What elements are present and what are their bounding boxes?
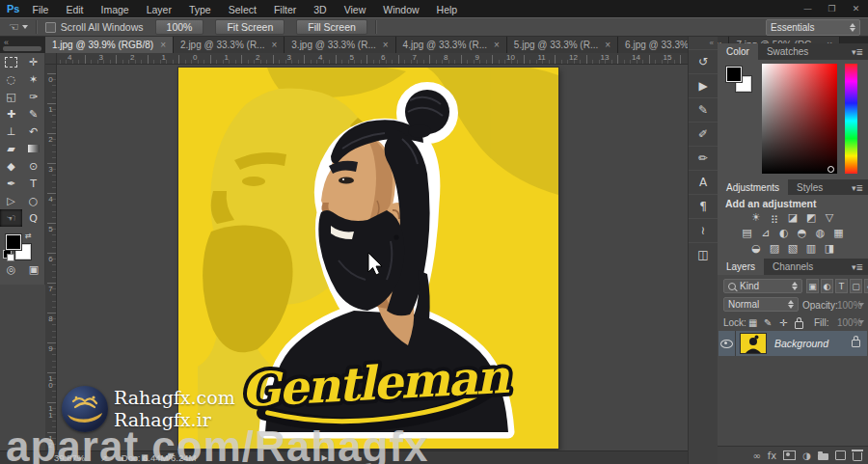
shape-filter-icon[interactable]: ▢ (850, 279, 862, 293)
tab-styles[interactable]: Styles (788, 179, 831, 196)
paths-panel-icon[interactable]: ≀ (689, 218, 718, 242)
pixel-filter-icon[interactable]: ▣ (806, 279, 819, 293)
levels-adjustment-icon[interactable]: ⣶ (769, 211, 781, 224)
document-tab[interactable]: 1.jpg @ 39.9% (RGB/8)× (45, 37, 174, 53)
eyedropper-tool[interactable]: ✑ (22, 88, 44, 105)
lock-transparency-icon[interactable]: ▦ (748, 317, 757, 328)
blur-tool[interactable]: ◆ (0, 157, 22, 175)
quick-mask-icon[interactable]: ◎ (7, 263, 16, 276)
menu-type[interactable]: Type (180, 4, 220, 15)
tab-swatches[interactable]: Swatches (758, 43, 817, 60)
fill-screen-button[interactable]: Fill Screen (296, 19, 367, 35)
actual-pixels-button[interactable]: 100% (155, 19, 204, 35)
document-tab[interactable]: 2.jpg @ 33.3% (R...× (174, 37, 285, 53)
photo-filter-adjustment-icon[interactable]: ◓ (796, 227, 808, 239)
menu-3d[interactable]: 3D (305, 4, 335, 15)
layer-row-background[interactable]: Background (719, 331, 867, 356)
menu-file[interactable]: File (23, 4, 57, 15)
lock-all-icon[interactable] (795, 321, 803, 329)
threshold-adjustment-icon[interactable]: ▧ (787, 242, 800, 255)
healing-brush-tool[interactable]: ✚ (0, 105, 22, 123)
blend-mode-select[interactable]: Normal (723, 297, 799, 312)
layer-filter-kind-select[interactable]: Kind (723, 279, 802, 293)
fill-caret-icon[interactable] (858, 320, 864, 324)
history-panel-icon[interactable]: ↺ (689, 49, 718, 73)
export-icon[interactable]: ↗ (100, 453, 108, 463)
zoom-level-field[interactable]: 39.87% (54, 452, 85, 463)
brush-panel-panel-icon[interactable]: ✐ (689, 122, 718, 146)
color-lookup-adjustment-icon[interactable]: ▦ (832, 227, 845, 239)
brush-presets-panel-icon[interactable]: ✏ (689, 146, 718, 170)
document-canvas[interactable]: Gentleman (178, 68, 558, 449)
menu-edit[interactable]: Edit (57, 4, 92, 15)
add-adjustment-icon[interactable]: ◑ (802, 450, 811, 461)
tab-channels[interactable]: Channels (764, 259, 822, 275)
default-colors-icon[interactable] (3, 250, 12, 259)
clone-source-panel-icon[interactable]: ◫ (689, 242, 718, 266)
menu-select[interactable]: Select (220, 4, 265, 15)
add-mask-icon[interactable] (783, 450, 796, 460)
hand-tool[interactable]: ☜ (0, 209, 22, 227)
color-balance-adjustment-icon[interactable]: ⊿ (759, 227, 772, 239)
clone-stamp-tool[interactable]: ⊥ (0, 123, 22, 140)
hand-tool-icon[interactable]: ☜ (9, 20, 19, 34)
color-ramp[interactable] (762, 64, 837, 174)
black-white-adjustment-icon[interactable]: ◐ (777, 227, 790, 239)
panel-menu-icon[interactable]: ▾≣ (852, 43, 868, 60)
foreground-color-swatch[interactable] (6, 234, 21, 250)
ellipse-tool[interactable]: ○ (22, 192, 44, 209)
actions-panel-icon[interactable]: ▶ (689, 73, 718, 97)
eraser-tool[interactable]: ▰ (0, 140, 22, 157)
curves-adjustment-icon[interactable]: ◪ (787, 211, 800, 224)
lasso-tool[interactable]: ◌ (0, 70, 22, 88)
type-tool[interactable]: T (22, 175, 44, 192)
invert-adjustment-icon[interactable]: ◒ (750, 242, 763, 255)
tab-close-icon[interactable]: × (160, 41, 166, 50)
delete-layer-icon[interactable] (853, 450, 862, 461)
workspace-switcher[interactable]: Essentials (766, 19, 860, 36)
lock-position-icon[interactable]: ✛ (779, 317, 787, 328)
scroll-all-windows-checkbox[interactable] (45, 22, 56, 33)
tab-layers[interactable]: Layers (718, 259, 764, 275)
brush-tool[interactable]: ✎ (22, 105, 44, 123)
dock-collapse-icon[interactable]: « (689, 37, 718, 49)
fit-screen-button[interactable]: Fit Screen (215, 19, 285, 35)
tools-grip[interactable] (3, 46, 41, 51)
menu-image[interactable]: Image (92, 4, 137, 15)
visibility-cell[interactable] (719, 331, 736, 356)
tool-preset-caret-icon[interactable] (22, 25, 28, 29)
menu-help[interactable]: Help (428, 4, 467, 15)
panel-menu-icon[interactable]: ▾≣ (852, 259, 868, 275)
document-tab[interactable]: 4.jpg @ 33.3% (R...× (396, 37, 507, 53)
rectangular-marquee-tool[interactable] (0, 53, 22, 70)
layer-effects-icon[interactable]: fx (768, 450, 776, 461)
doc-size-readout[interactable]: Doc: 6.44M/6.24M (122, 452, 197, 463)
menu-filter[interactable]: Filter (265, 4, 305, 15)
paragraph-panel-icon[interactable]: ¶ (689, 194, 718, 218)
type-filter-icon[interactable]: T (835, 279, 848, 293)
vibrance-adjustment-icon[interactable]: ▽ (824, 211, 836, 224)
document-tab[interactable]: 5.jpg @ 33.3% (R...× (507, 37, 618, 53)
selective-color-adjustment-icon[interactable]: ◨ (824, 242, 836, 255)
tab-close-icon[interactable]: × (271, 41, 277, 50)
exposure-adjustment-icon[interactable]: ◩ (805, 211, 818, 224)
character-panel-icon[interactable]: A (689, 170, 718, 194)
crop-tool[interactable]: ◱ (0, 88, 22, 105)
tab-close-icon[interactable]: × (383, 41, 389, 50)
path-selection-tool[interactable]: ▷ (0, 192, 22, 209)
screen-mode-icon[interactable]: ▣ (29, 263, 39, 276)
status-options-arrow-icon[interactable]: ▶ (321, 453, 327, 462)
swap-colors-icon[interactable]: ⇄ (25, 232, 32, 240)
minimize-button[interactable]: — (796, 0, 820, 17)
menu-window[interactable]: Window (374, 4, 427, 15)
move-tool[interactable]: ✛ (22, 53, 44, 70)
new-group-icon[interactable] (818, 451, 828, 460)
close-button[interactable]: ✕ (844, 0, 868, 17)
menu-layer[interactable]: Layer (138, 4, 180, 15)
new-layer-icon[interactable] (835, 450, 846, 460)
menu-view[interactable]: View (336, 4, 375, 15)
magic-wand-tool[interactable]: ✶ (22, 70, 44, 88)
tab-close-icon[interactable]: × (605, 41, 610, 50)
tab-color[interactable]: Color (718, 43, 758, 60)
zoom-tool[interactable]: Q (22, 209, 44, 227)
